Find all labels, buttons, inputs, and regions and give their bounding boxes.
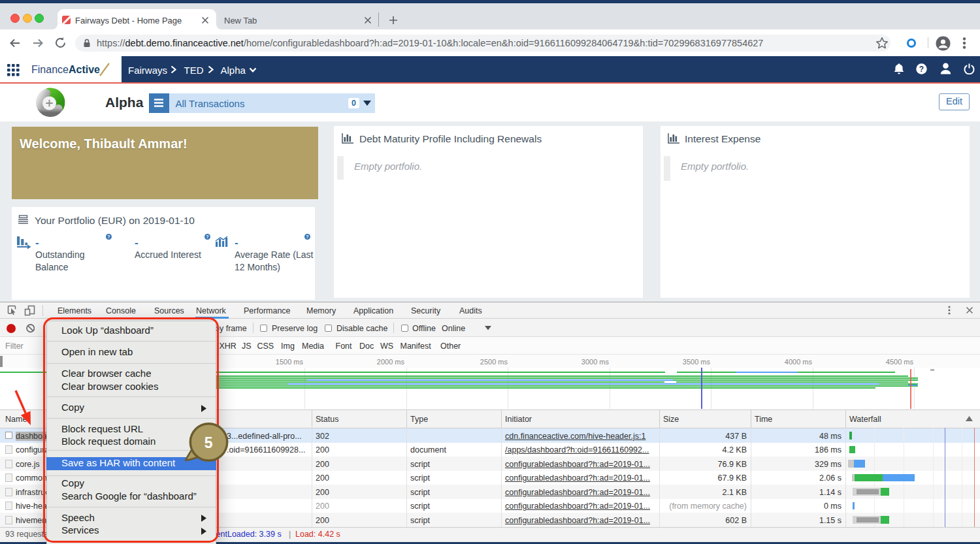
- svg-text:?: ?: [206, 234, 208, 239]
- svg-text:?: ?: [107, 234, 110, 239]
- svg-text:5: 5: [204, 434, 213, 451]
- svg-text:?: ?: [919, 64, 923, 73]
- svg-text:?: ?: [306, 234, 308, 239]
